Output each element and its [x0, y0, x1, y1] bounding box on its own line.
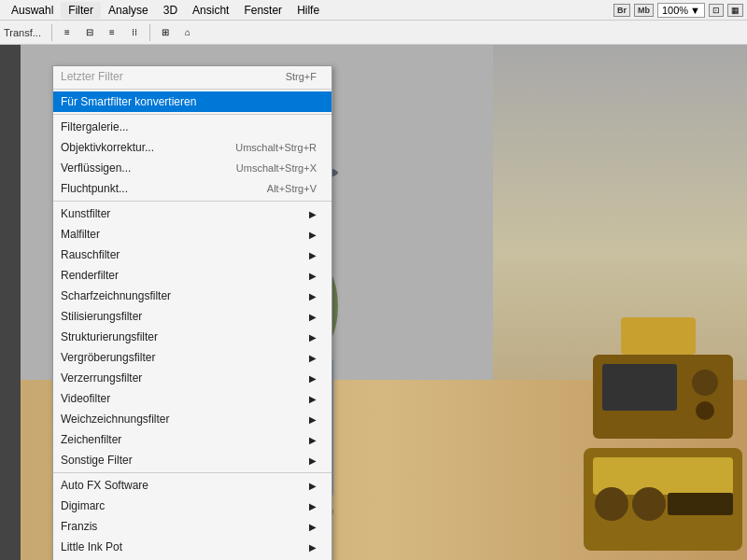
- menu-item-label: Zeichenfilter: [61, 433, 309, 446]
- menu-ansicht[interactable]: Ansicht: [185, 2, 236, 19]
- menu-item-sonstige-filter[interactable]: Sonstige Filter ▶: [53, 450, 331, 470]
- menu-item-vergroberungsfilter[interactable]: Vergröberungsfilter ▶: [53, 347, 331, 368]
- canvas-area: Letzter Filter Strg+F Für Smartfilter ko…: [21, 45, 747, 560]
- menu-item-little-ink-pot[interactable]: Little Ink Pot ▶: [53, 537, 331, 557]
- menubar: Auswahl Filter Analyse 3D Ansicht Fenste…: [0, 0, 747, 21]
- submenu-arrow: ▶: [309, 332, 317, 343]
- zoom-level[interactable]: 100% ▼: [657, 3, 705, 18]
- menu-item-label: Malfilter: [61, 228, 309, 241]
- menu-item-label: Digimarc: [61, 499, 309, 512]
- submenu-arrow: ▶: [309, 353, 317, 363]
- menu-item-label: Stilisierungsfilter: [61, 310, 309, 323]
- toolbar-icons: ≡ ⊟ ≡ ⁞⁞ ⊞ ⌂: [57, 22, 198, 43]
- menu-item-label: Filtergalerie...: [61, 120, 317, 133]
- menu-item-strukturierungsfilter[interactable]: Strukturierungsfilter ▶: [53, 327, 331, 347]
- svg-rect-18: [602, 364, 677, 411]
- menu-item-stilisierungsfilter[interactable]: Stilisierungsfilter ▶: [53, 306, 331, 327]
- menu-item-shortcut: Umschalt+Strg+X: [236, 162, 317, 174]
- toolbar-label: Transf...: [4, 27, 41, 38]
- menu-item-autofx[interactable]: Auto FX Software ▶: [53, 475, 331, 496]
- radio-stack: [574, 299, 747, 560]
- menu-item-verzerrungsfilter[interactable]: Verzerrungsfilter ▶: [53, 368, 331, 388]
- submenu-arrow: ▶: [309, 373, 317, 384]
- layout-icon[interactable]: ▦: [727, 4, 743, 17]
- align-right-icon[interactable]: ≡: [102, 22, 122, 43]
- svg-point-20: [696, 401, 714, 420]
- menu-item-label: Vergröberungsfilter: [61, 351, 309, 364]
- menu-fenster[interactable]: Fenster: [236, 2, 289, 19]
- menu-item-kunstfilter[interactable]: Kunstfilter ▶: [53, 203, 331, 224]
- menu-separator-3: [53, 201, 331, 202]
- menu-item-label: Kunstfilter: [61, 207, 309, 220]
- toolbar-separator-1: [51, 24, 52, 41]
- menu-item-renderfilter[interactable]: Renderfilter ▶: [53, 265, 331, 286]
- view-mode-icon[interactable]: ⊡: [709, 4, 724, 17]
- transform-icon[interactable]: ⊞: [155, 22, 176, 43]
- menu-filter[interactable]: Filter: [61, 2, 101, 19]
- menu-item-weichzeichnungsfilter[interactable]: Weichzeichnungsfilter ▶: [53, 409, 331, 429]
- svg-rect-21: [621, 317, 696, 355]
- submenu-arrow: ▶: [309, 291, 317, 301]
- menu-item-label: Renderfilter: [61, 269, 309, 282]
- svg-point-14: [595, 487, 628, 521]
- submenu-arrow: ▶: [309, 522, 317, 532]
- menu-item-shortcut: Umschalt+Strg+R: [235, 142, 317, 153]
- menu-item-label: Franzis: [61, 520, 309, 533]
- submenu-arrow: ▶: [309, 230, 317, 240]
- menu-item-objektivkorrektur[interactable]: Objektivkorrektur... Umschalt+Strg+R: [53, 137, 331, 158]
- menu-item-label: Strukturierungsfilter: [61, 330, 309, 343]
- side-panel: [0, 45, 21, 560]
- menu-3d[interactable]: 3D: [156, 2, 185, 19]
- submenu-arrow: ▶: [309, 394, 317, 404]
- align-center-icon[interactable]: ⊟: [79, 22, 100, 43]
- distribute-icon[interactable]: ⁞⁞: [124, 22, 145, 43]
- align-left-icon[interactable]: ≡: [57, 22, 78, 43]
- menu-item-label: Fluchtpunkt...: [61, 182, 248, 195]
- submenu-arrow: ▶: [309, 312, 317, 322]
- submenu-arrow: ▶: [309, 414, 317, 425]
- submenu-arrow: ▶: [309, 542, 317, 553]
- bridge-icon[interactable]: Br: [613, 4, 630, 17]
- submenu-arrow: ▶: [309, 271, 317, 281]
- menu-item-label: Weichzeichnungsfilter: [61, 413, 309, 426]
- submenu-arrow: ▶: [309, 250, 317, 260]
- menu-item-verfluessigen[interactable]: Verflüssigen... Umschalt+Strg+X: [53, 158, 331, 178]
- menu-item-videofilter[interactable]: Videofilter ▶: [53, 388, 331, 409]
- menu-item-label: Sonstige Filter: [61, 454, 309, 467]
- menu-item-label: Objektivkorrektur...: [61, 141, 217, 154]
- submenu-arrow: ▶: [309, 481, 317, 491]
- menu-item-label: Für Smartfilter konvertieren: [61, 95, 317, 108]
- svg-point-19: [692, 370, 718, 396]
- toolbar: Transf... ≡ ⊟ ≡ ⁞⁞ ⊞ ⌂: [0, 21, 747, 45]
- warp-icon[interactable]: ⌂: [177, 22, 198, 43]
- menu-item-label: Auto FX Software: [61, 479, 309, 492]
- menu-item-rauschfilter[interactable]: Rauschfilter ▶: [53, 245, 331, 265]
- menu-item-label: Little Ink Pot: [61, 540, 309, 553]
- menu-item-zeichenfilter[interactable]: Zeichenfilter ▶: [53, 429, 331, 450]
- menu-item-franzis[interactable]: Franzis ▶: [53, 516, 331, 537]
- toolbar-separator-2: [149, 24, 150, 41]
- menu-item-label: Letzter Filter: [61, 70, 267, 83]
- submenu-arrow: ▶: [309, 209, 317, 219]
- mini-bridge-icon[interactable]: Mb: [634, 4, 654, 17]
- menu-item-label: Scharfzeichnungsfilter: [61, 289, 309, 302]
- menu-item-letzter-filter[interactable]: Letzter Filter Strg+F: [53, 66, 331, 87]
- menu-hilfe[interactable]: Hilfe: [289, 2, 327, 19]
- menu-item-digimarc[interactable]: Digimarc ▶: [53, 496, 331, 516]
- menu-item-label: Verflüssigen...: [61, 161, 218, 175]
- menu-separator-4: [53, 472, 331, 473]
- filter-dropdown: Letzter Filter Strg+F Für Smartfilter ko…: [52, 65, 332, 560]
- menu-analyse[interactable]: Analyse: [101, 2, 156, 19]
- menu-item-fluchtpunkt[interactable]: Fluchtpunkt... Alt+Strg+V: [53, 178, 331, 199]
- submenu-arrow: ▶: [309, 435, 317, 445]
- menu-item-smartfilter[interactable]: Für Smartfilter konvertieren: [53, 91, 331, 112]
- menu-auswahl[interactable]: Auswahl: [4, 2, 61, 19]
- menu-item-filtergalerie[interactable]: Filtergalerie...: [53, 117, 331, 137]
- menu-item-shortcut: Alt+Strg+V: [267, 183, 317, 194]
- submenu-arrow: ▶: [309, 455, 317, 466]
- svg-rect-16: [668, 493, 733, 515]
- menu-item-malfilter[interactable]: Malfilter ▶: [53, 224, 331, 245]
- menu-item-label: Verzerrungsfilter: [61, 371, 309, 385]
- menu-item-label: Videofilter: [61, 392, 309, 405]
- menu-item-scharfzeichnungsfilter[interactable]: Scharfzeichnungsfilter ▶: [53, 286, 331, 306]
